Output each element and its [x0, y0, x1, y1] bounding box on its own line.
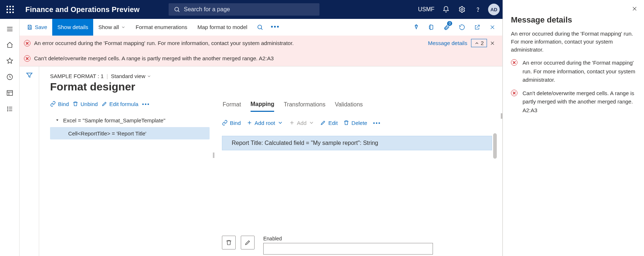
enabled-input[interactable] — [263, 243, 433, 255]
message-count-chip[interactable]: 2 — [471, 39, 487, 47]
attachment-count: 0 — [447, 21, 452, 26]
edit-formula-button[interactable]: Edit formula — [102, 101, 139, 107]
svg-point-18 — [258, 25, 262, 29]
view-selector[interactable]: Standard view — [111, 73, 151, 79]
rightpanel-item: Can't delete/overwrite merged cells. A r… — [511, 89, 636, 114]
chevron-down-icon — [121, 25, 125, 29]
bind-button-right[interactable]: Bind — [222, 120, 241, 126]
refresh-icon[interactable] — [454, 20, 470, 35]
chevron-up-icon — [474, 41, 479, 46]
svg-point-15 — [7, 110, 8, 111]
message-row: An error occurred during the 'Format map… — [20, 36, 502, 51]
rightpanel-item-text: An error occurred during the 'Format map… — [523, 58, 636, 84]
separator: | — [107, 73, 108, 79]
delete-button[interactable]: Delete — [343, 120, 367, 126]
tab-transformations[interactable]: Transformations — [284, 97, 325, 112]
svg-rect-8 — [7, 90, 12, 95]
notifications-icon[interactable] — [438, 1, 454, 17]
unbind-label: Unbind — [80, 101, 98, 107]
workspaces-icon[interactable] — [2, 85, 18, 101]
chevron-down-icon — [277, 120, 283, 126]
message-details-link[interactable]: Message details — [424, 40, 471, 46]
company-code[interactable]: USMF — [418, 6, 434, 13]
show-all-label: Show all — [98, 24, 119, 30]
show-details-button[interactable]: Show details — [52, 19, 93, 36]
enabled-label: Enabled — [263, 236, 433, 241]
chevron-down-icon — [147, 74, 151, 78]
bind-label: Bind — [58, 101, 69, 107]
mapping-row-label: Report Title: Calculated field = "My sam… — [232, 140, 378, 146]
search-placeholder: Search for a page — [184, 6, 230, 13]
svg-point-3 — [478, 11, 478, 11]
add-root-button[interactable]: Add root — [247, 120, 283, 126]
user-avatar[interactable]: AD — [488, 4, 500, 15]
help-icon[interactable] — [470, 1, 486, 17]
mapping-selected-row[interactable]: Report Title: Calculated field = "My sam… — [222, 136, 492, 150]
search-icon — [174, 6, 180, 13]
app-title: Finance and Operations Preview — [25, 5, 140, 14]
filter-icon[interactable] — [26, 72, 33, 256]
edit-label: Edit — [328, 120, 338, 126]
tree-node-root[interactable]: Excel = "Sample format_SampleTemplate" — [50, 114, 210, 126]
app-launcher-icon[interactable] — [3, 2, 17, 17]
dismiss-messages-icon[interactable] — [487, 38, 498, 49]
save-label: Save — [35, 24, 47, 30]
more-actions-icon[interactable]: ••• — [268, 20, 283, 35]
view-label: Standard view — [111, 73, 145, 79]
office-icon[interactable] — [424, 20, 439, 35]
svg-rect-17 — [29, 27, 30, 29]
svg-line-19 — [261, 28, 262, 29]
error-icon — [511, 90, 517, 96]
recent-icon[interactable] — [2, 69, 18, 85]
caret-down-icon — [55, 118, 59, 122]
breadcrumb: SAMPLE FORMAT : 1 — [50, 73, 104, 79]
home-icon[interactable] — [2, 37, 18, 53]
tree-node-selected[interactable]: Cell<ReportTitle> = 'Report Title' — [50, 127, 210, 139]
attachments-icon[interactable]: 0 — [439, 20, 454, 35]
add-label: Add — [297, 120, 307, 126]
add-button: Add — [289, 120, 315, 126]
save-button[interactable]: Save — [22, 19, 52, 36]
error-icon — [24, 55, 30, 62]
svg-point-13 — [7, 109, 8, 109]
edit-icon-button[interactable] — [241, 236, 255, 249]
scrollbar-thumb[interactable] — [493, 133, 497, 159]
diamond-icon[interactable] — [409, 20, 424, 35]
unbind-button[interactable]: Unbind — [73, 101, 98, 107]
svg-point-0 — [175, 7, 179, 11]
rightpanel-item: An error occurred during the 'Format map… — [511, 58, 636, 84]
favorites-icon[interactable] — [2, 53, 18, 69]
close-panel-icon[interactable] — [632, 5, 637, 13]
tab-mapping[interactable]: Mapping — [251, 97, 274, 112]
tab-validations[interactable]: Validations — [335, 97, 363, 112]
add-root-label: Add root — [255, 120, 275, 126]
show-all-button[interactable]: Show all — [93, 19, 131, 36]
more-icon[interactable]: ••• — [142, 101, 150, 107]
rightpanel-summary: An error occurred during the 'Format map… — [511, 30, 636, 53]
map-format-button[interactable]: Map format to model — [193, 19, 253, 36]
delete-icon-button[interactable] — [222, 236, 236, 249]
format-enumerations-button[interactable]: Format enumerations — [131, 19, 193, 36]
tree-root-label: Excel = "Sample format_SampleTemplate" — [63, 117, 165, 123]
panel-splitter-handle[interactable]: || — [500, 113, 502, 119]
svg-point-11 — [7, 107, 8, 107]
popout-icon[interactable] — [470, 20, 485, 35]
hamburger-icon[interactable] — [2, 21, 18, 37]
rightpanel-item-text: Can't delete/overwrite merged cells. A r… — [523, 89, 636, 114]
settings-icon[interactable] — [454, 1, 470, 17]
message-text: Can't delete/overwrite merged cells. A r… — [34, 55, 274, 61]
tree-child-label: Cell<ReportTitle> = 'Report Title' — [68, 130, 146, 137]
splitter-handle[interactable]: || — [212, 152, 214, 158]
modules-icon[interactable] — [2, 101, 18, 117]
bind-button[interactable]: Bind — [50, 101, 69, 107]
search-input[interactable]: Search for a page — [169, 3, 319, 16]
edit-button[interactable]: Edit — [320, 120, 338, 126]
delete-label: Delete — [351, 120, 367, 126]
bind-right-label: Bind — [230, 120, 241, 126]
tab-format[interactable]: Format — [223, 97, 241, 112]
more-icon-right[interactable]: ••• — [373, 120, 381, 126]
page-title: Format designer — [50, 81, 492, 93]
find-icon[interactable] — [252, 20, 268, 35]
error-icon — [511, 59, 517, 66]
close-page-icon[interactable] — [485, 20, 500, 35]
